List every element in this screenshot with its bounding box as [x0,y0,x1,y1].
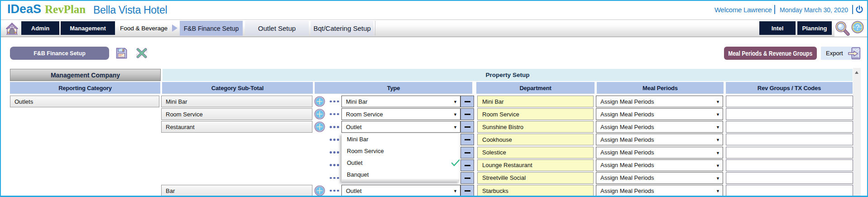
svg-text:?: ? [855,24,860,31]
